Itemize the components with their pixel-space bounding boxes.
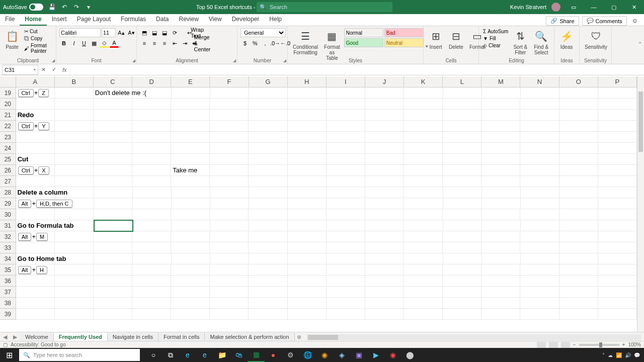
- cell[interactable]: [365, 264, 404, 276]
- cell[interactable]: Alt + M: [16, 231, 55, 242]
- cell[interactable]: [55, 209, 94, 220]
- cell[interactable]: [481, 242, 520, 253]
- cell[interactable]: [288, 99, 327, 110]
- cell[interactable]: [210, 309, 249, 320]
- cell[interactable]: [520, 110, 559, 121]
- cell[interactable]: [404, 121, 443, 132]
- underline-button[interactable]: U: [79, 39, 89, 48]
- decrease-font-icon[interactable]: A▾: [127, 28, 136, 37]
- cell[interactable]: [443, 220, 482, 231]
- cell[interactable]: [327, 154, 365, 165]
- cell[interactable]: [288, 264, 327, 276]
- cell[interactable]: [171, 154, 210, 165]
- cell[interactable]: [365, 209, 404, 220]
- row-header[interactable]: 34: [0, 253, 16, 264]
- cell[interactable]: [365, 276, 404, 287]
- row-header[interactable]: 32: [0, 231, 16, 242]
- cell[interactable]: [55, 309, 94, 320]
- cell[interactable]: [288, 198, 327, 209]
- cell[interactable]: [404, 298, 443, 309]
- cell[interactable]: [288, 165, 327, 176]
- cell[interactable]: [210, 209, 249, 220]
- cell[interactable]: [249, 87, 288, 99]
- cell[interactable]: [327, 209, 365, 220]
- style-bad[interactable]: Bad: [384, 28, 424, 37]
- cell[interactable]: [559, 99, 598, 110]
- cell[interactable]: [404, 99, 443, 110]
- cell[interactable]: [55, 165, 94, 176]
- cell[interactable]: [404, 132, 443, 143]
- accessibility-status[interactable]: Accessibility: Good to go: [11, 342, 66, 347]
- cell[interactable]: [520, 176, 559, 187]
- cell[interactable]: [288, 121, 327, 132]
- cell[interactable]: [249, 143, 287, 154]
- zoom-slider[interactable]: [579, 344, 619, 346]
- cell[interactable]: [94, 276, 132, 287]
- cell[interactable]: [249, 253, 288, 264]
- sheet-nav-next-icon[interactable]: ▶: [10, 334, 20, 340]
- cell[interactable]: [404, 110, 443, 121]
- cell[interactable]: [598, 110, 637, 121]
- decrease-indent-icon[interactable]: ⇤: [170, 39, 179, 48]
- cell[interactable]: [249, 309, 287, 320]
- border-button[interactable]: ▦: [90, 39, 99, 48]
- cell[interactable]: [520, 309, 559, 320]
- style-good[interactable]: Good: [344, 38, 383, 47]
- cell[interactable]: [55, 198, 94, 209]
- tray-network-icon[interactable]: 📶: [616, 352, 622, 358]
- style-normal[interactable]: Normal: [344, 28, 383, 37]
- column-header[interactable]: E: [171, 76, 210, 87]
- cell[interactable]: [521, 220, 559, 231]
- cell[interactable]: [133, 87, 172, 99]
- tab-insert[interactable]: Insert: [47, 14, 72, 26]
- cell[interactable]: [249, 231, 287, 242]
- cell[interactable]: [132, 121, 171, 132]
- cell[interactable]: [288, 132, 327, 143]
- steam-icon[interactable]: ⚙: [282, 348, 299, 362]
- cell[interactable]: [55, 176, 94, 187]
- cell[interactable]: [94, 253, 133, 264]
- cell[interactable]: [327, 276, 365, 287]
- cell[interactable]: [132, 154, 171, 165]
- cell[interactable]: [210, 132, 249, 143]
- cell[interactable]: [559, 154, 598, 165]
- cell[interactable]: [365, 220, 404, 231]
- cell[interactable]: [171, 276, 210, 287]
- edge-icon[interactable]: e: [179, 348, 196, 362]
- row-header[interactable]: 36: [0, 276, 16, 287]
- minimize-icon[interactable]: —: [584, 0, 604, 14]
- cell[interactable]: [94, 220, 133, 231]
- cell[interactable]: [132, 209, 171, 220]
- cell[interactable]: [288, 298, 327, 309]
- align-left-icon[interactable]: ≡: [140, 39, 149, 48]
- record-macro-icon[interactable]: ▢: [3, 342, 8, 347]
- cell[interactable]: [55, 253, 94, 264]
- currency-icon[interactable]: $: [240, 39, 250, 48]
- autosave-toggle[interactable]: [29, 4, 43, 11]
- cell[interactable]: [55, 132, 94, 143]
- cell[interactable]: [482, 198, 521, 209]
- row-header[interactable]: 26: [0, 165, 16, 176]
- cell[interactable]: [443, 187, 482, 198]
- column-header[interactable]: I: [327, 76, 365, 87]
- cell[interactable]: [55, 110, 94, 121]
- cell[interactable]: [327, 99, 365, 110]
- cell[interactable]: [404, 198, 443, 209]
- cell[interactable]: [132, 287, 171, 298]
- cell[interactable]: [171, 298, 210, 309]
- cell[interactable]: [404, 176, 443, 187]
- cell[interactable]: [443, 154, 481, 165]
- sheet-nav-prev-icon[interactable]: ◀: [0, 334, 10, 340]
- cell[interactable]: [482, 253, 521, 264]
- cell[interactable]: [443, 242, 481, 253]
- cell[interactable]: [365, 298, 404, 309]
- cell[interactable]: [559, 176, 598, 187]
- cell[interactable]: [443, 287, 481, 298]
- cell[interactable]: [520, 143, 559, 154]
- cell[interactable]: [210, 298, 249, 309]
- cell[interactable]: [94, 121, 132, 132]
- insert-cells-button[interactable]: ⊞Insert: [427, 28, 445, 51]
- paste-button[interactable]: 📋Paste: [3, 28, 21, 51]
- cell[interactable]: [249, 121, 287, 132]
- taskbar-search[interactable]: 🔍Type here to search: [19, 349, 140, 361]
